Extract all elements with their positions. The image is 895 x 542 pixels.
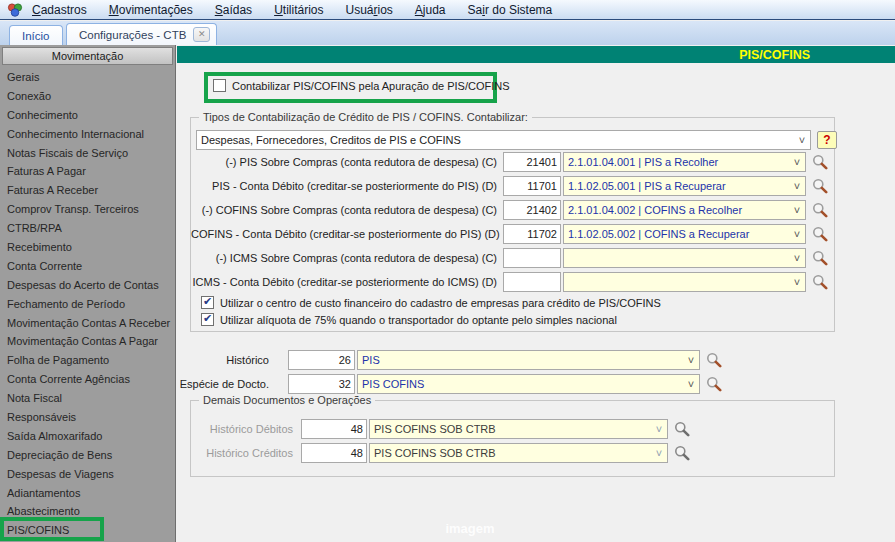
option-checkbox-row: ✔ Utilizar o centro de custo financeiro … xyxy=(201,294,661,311)
chevron-down-icon[interactable]: ˅ xyxy=(683,379,699,390)
chevron-down-icon[interactable]: ˅ xyxy=(683,355,699,366)
page-title: PIS/COFINS xyxy=(739,48,810,62)
sidebar-item[interactable]: Despesas de Viagens xyxy=(0,465,175,484)
check-icon: ✔ xyxy=(203,296,212,307)
menu-item[interactable]: Saídas xyxy=(215,3,252,17)
especie-combo[interactable]: PIS COFINS ˅ xyxy=(357,374,700,394)
account-rows: (-) PIS Sobre Compras (conta redutora de… xyxy=(191,151,836,295)
chevron-down-icon[interactable]: ˅ xyxy=(789,181,805,192)
search-icon[interactable] xyxy=(671,445,693,461)
sidebar-item[interactable]: Depreciação de Bens xyxy=(0,446,175,465)
demais-combo[interactable]: PIS COFINS SOB CTRB ˅ xyxy=(369,419,668,439)
apuracao-checkbox[interactable]: ✔ xyxy=(213,79,226,92)
tab-inicio[interactable]: Início xyxy=(9,25,63,45)
chevron-down-icon[interactable]: ˅ xyxy=(789,157,805,168)
option-checkbox[interactable]: ✔ xyxy=(201,313,214,326)
sidebar-item[interactable]: Conhecimento Internacional xyxy=(0,125,175,144)
search-icon[interactable] xyxy=(809,274,831,290)
demais-groupbox-title: Demais Documentos e Operações xyxy=(199,394,375,406)
option-checkbox[interactable]: ✔ xyxy=(201,296,214,309)
chevron-down-icon[interactable]: ˅ xyxy=(651,448,667,459)
account-row: COFINS - Conta Débito (creditar-se poste… xyxy=(191,223,836,245)
menu-item[interactable]: Utilitários xyxy=(274,3,323,17)
search-icon[interactable] xyxy=(809,226,831,242)
historico-code-input[interactable] xyxy=(288,350,355,370)
demais-combo-value: PIS COFINS SOB CTRB xyxy=(370,423,651,435)
sidebar-item[interactable]: Adiantamentos xyxy=(0,484,175,503)
menu-item[interactable]: Cadastros xyxy=(32,3,87,17)
account-combo[interactable]: 1.1.02.05.002 | COFINS a Recuperar ˅ xyxy=(563,224,806,244)
sidebar-item[interactable]: Conta Corrente xyxy=(0,257,175,276)
search-icon[interactable] xyxy=(809,154,831,170)
sidebar-item[interactable]: Nota Fiscal xyxy=(0,389,175,408)
menu-item[interactable]: Movimentações xyxy=(109,3,193,17)
chevron-down-icon[interactable]: ˅ xyxy=(794,135,810,146)
account-combo[interactable]: 2.1.01.04.002 | COFINS a Recolher ˅ xyxy=(563,200,806,220)
account-combo[interactable]: ˅ xyxy=(563,272,806,292)
search-icon[interactable] xyxy=(703,376,725,392)
search-icon[interactable] xyxy=(809,178,831,194)
chevron-down-icon[interactable]: ˅ xyxy=(789,253,805,264)
chevron-down-icon[interactable]: ˅ xyxy=(651,424,667,435)
search-icon[interactable] xyxy=(809,202,831,218)
demais-rows: Histórico Débitos PIS COFINS SOB CTRB ˅ xyxy=(199,418,693,466)
account-code-input[interactable] xyxy=(503,200,561,220)
sidebar-item[interactable]: Abastecimento xyxy=(0,502,175,521)
account-combo[interactable]: 1.1.02.05.001 | PIS a Recuperar ˅ xyxy=(563,176,806,196)
sidebar-item[interactable]: Conhecimento xyxy=(0,106,175,125)
sidebar-item[interactable]: Faturas A Receber xyxy=(0,181,175,200)
sidebar-item[interactable]: Conta Corrente Agências xyxy=(0,370,175,389)
account-row: (-) PIS Sobre Compras (conta redutora de… xyxy=(191,151,836,173)
sidebar-item[interactable]: Movimentação Contas A Pagar xyxy=(0,332,175,351)
sidebar-item[interactable]: Despesas do Acerto de Contas xyxy=(0,276,175,295)
sidebar-item[interactable]: Comprov Transp. Terceiros xyxy=(0,200,175,219)
sidebar-item[interactable]: PIS/COFINS xyxy=(0,521,175,540)
account-combo-value: 1.1.02.05.002 | COFINS a Recuperar xyxy=(564,228,789,240)
historico-combo[interactable]: PIS ˅ xyxy=(357,350,700,370)
help-button[interactable]: ? xyxy=(817,131,837,149)
option-checkbox-row: ✔ Utilizar alíquota de 75% quando o tran… xyxy=(201,311,661,328)
account-code-input[interactable] xyxy=(503,248,561,268)
sidebar-item[interactable]: Saída Almoxarifado xyxy=(0,427,175,446)
sidebar-item[interactable]: Faturas A Pagar xyxy=(0,162,175,181)
chevron-down-icon[interactable]: ˅ xyxy=(789,205,805,216)
account-combo-value: 2.1.01.04.002 | COFINS a Recolher xyxy=(564,204,789,216)
account-combo[interactable]: 2.1.01.04.001 | PIS a Recolher ˅ xyxy=(563,152,806,172)
account-combo-value: 2.1.01.04.001 | PIS a Recolher xyxy=(564,156,789,168)
account-row-label: (-) COFINS Sobre Compras (conta redutora… xyxy=(191,204,503,216)
chevron-down-icon[interactable]: ˅ xyxy=(789,277,805,288)
sidebar-item[interactable]: Folha de Pagamento xyxy=(0,351,175,370)
sidebar-item[interactable]: CTRB/RPA xyxy=(0,219,175,238)
sidebar-item[interactable]: Notas Fiscais de Serviço xyxy=(0,144,175,163)
account-combo-value: 1.1.02.05.001 | PIS a Recuperar xyxy=(564,180,789,192)
close-icon[interactable]: ✕ xyxy=(193,27,210,42)
demais-code-input[interactable] xyxy=(301,419,367,439)
account-code-input[interactable] xyxy=(503,224,561,244)
account-row-label: (-) ICMS Sobre Compras (conta redutora d… xyxy=(191,252,503,264)
sidebar-item[interactable]: Recebimento xyxy=(0,238,175,257)
menu-item[interactable]: Usuários xyxy=(345,3,392,17)
account-code-input[interactable] xyxy=(503,176,561,196)
chevron-down-icon[interactable]: ˅ xyxy=(789,229,805,240)
menu-item[interactable]: Sair do Sistema xyxy=(468,3,553,17)
account-code-input[interactable] xyxy=(503,272,561,292)
demais-combo[interactable]: PIS COFINS SOB CTRB ˅ xyxy=(369,443,668,463)
search-icon[interactable] xyxy=(703,352,725,368)
sidebar-item[interactable]: Gerais xyxy=(0,68,175,87)
tab-configuracoes-ctb[interactable]: Configurações - CTB ✕ xyxy=(66,23,217,45)
sidebar-item[interactable]: Movimentação Contas A Receber xyxy=(0,314,175,333)
account-code-input[interactable] xyxy=(503,152,561,172)
option-checkbox-label: Utilizar alíquota de 75% quando o transp… xyxy=(220,314,617,326)
menu-item[interactable]: Ajuda xyxy=(415,3,446,17)
sidebar-item[interactable]: Conexão xyxy=(0,87,175,106)
sidebar: Movimentação Gerais Conexão Conhecimento… xyxy=(0,45,176,542)
sidebar-item[interactable]: Responsáveis xyxy=(0,408,175,427)
account-combo[interactable]: ˅ xyxy=(563,248,806,268)
app-icon[interactable] xyxy=(6,2,24,18)
search-icon[interactable] xyxy=(671,421,693,437)
sidebar-item[interactable]: Fechamento de Período xyxy=(0,295,175,314)
tipo-contabilizacao-select[interactable]: Despesas, Fornecedores, Creditos de PIS … xyxy=(196,130,811,150)
demais-code-input[interactable] xyxy=(301,443,367,463)
especie-code-input[interactable] xyxy=(288,374,355,394)
search-icon[interactable] xyxy=(809,250,831,266)
